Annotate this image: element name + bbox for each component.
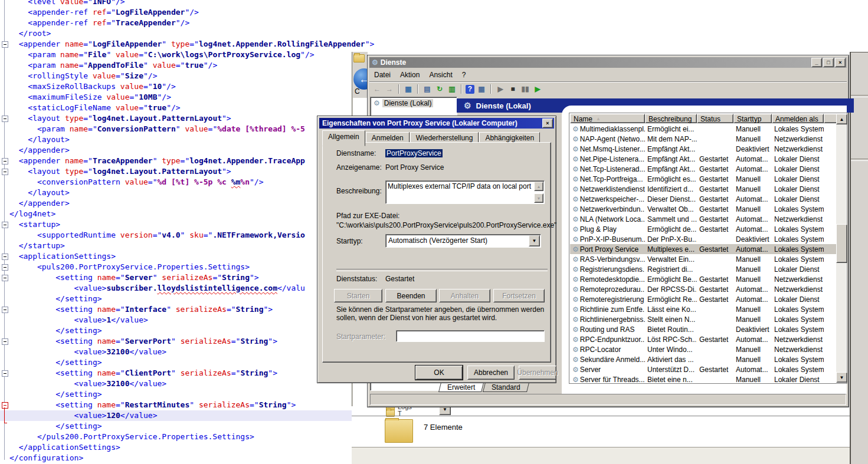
code-line[interactable]: <appender name="LogFileAppender" type="l… [0, 39, 868, 50]
service-row[interactable]: ⚙RPC-Endpunktzuor...Löst RPC-Sch...Gesta… [570, 334, 837, 344]
close-icon[interactable]: × [542, 119, 553, 128]
service-row[interactable]: ⚙Net.Tcp-Portfreiga...Ermöglicht es...Ge… [570, 174, 837, 184]
anhalten-button[interactable]: Anhalten [439, 289, 490, 302]
service-row[interactable]: ⚙NetzwerklistendienstIdentifiziert d...G… [570, 184, 837, 194]
back-icon[interactable]: ← [353, 68, 368, 90]
service-row[interactable]: ⚙Remoteprozedurau...Der RPCSS-Di...Gesta… [570, 284, 837, 294]
menu-item-help[interactable]: ? [457, 70, 471, 80]
service-gear-icon: ⚙ [572, 276, 579, 283]
dialog-titlebar[interactable]: Eigenschaften von Port Proxy Service (Lo… [319, 118, 554, 129]
menu-item-aktion[interactable]: Aktion [395, 70, 424, 80]
service-row[interactable]: ⚙Netzwerkverbindun...Verwaltet Ob...Gest… [570, 204, 837, 214]
export-list-icon[interactable]: ▥ [447, 84, 457, 94]
stop-service-icon[interactable]: ■ [507, 84, 518, 94]
column-header-status[interactable]: Status [697, 114, 733, 123]
service-row[interactable]: ⚙Registrierungsdiens...Registriert di...… [570, 264, 837, 274]
service-row[interactable]: ⚙RPC-LocatorUnter Windo...ManuellNetzwer… [570, 344, 837, 354]
service-row[interactable]: ⚙Sekundäre Anmeld...Aktiviert das ...Man… [570, 354, 837, 364]
help-icon[interactable]: ? [466, 85, 474, 94]
beschreibung-textarea[interactable]: Multiplexes external TCP/IP data on loca… [385, 180, 545, 204]
view-tab-standard[interactable]: Standard [483, 383, 529, 392]
starttyp-select[interactable]: Automatisch (Verzögerter Start) ▼ [385, 234, 541, 248]
service-row[interactable]: ⚙Remotedesktopdie...Ermöglicht Be...Gest… [570, 274, 837, 284]
vertical-scrollbar[interactable]: ▲ ▼ [836, 114, 846, 383]
code-fold-icon[interactable] [2, 116, 8, 122]
back-icon[interactable]: ← [372, 84, 382, 94]
service-row[interactable]: ⚙RAS-Verbindungsv...Verwaltet Ein...Manu… [570, 254, 837, 264]
code-line[interactable]: </root> [0, 28, 868, 39]
code-fold-icon[interactable] [2, 370, 8, 377]
service-row[interactable]: ⚙ServerUnterstützt D...GestartetAutomat.… [570, 364, 837, 374]
starten-button[interactable]: Starten [334, 289, 382, 302]
column-header-starttyp[interactable]: Starttyp [733, 114, 772, 123]
fortsetzen-button[interactable]: Fortsetzen [493, 289, 545, 302]
service-row[interactable]: ⚙Net.Tcp-Listenerad...Empfängt Akt...Ges… [570, 164, 837, 174]
service-starttype: Manuell [733, 376, 772, 383]
tab-allgemein[interactable]: Allgemein [322, 130, 365, 146]
services-titlebar[interactable]: ⚙ Dienste _□× [369, 57, 847, 68]
service-row[interactable]: ⚙Multimediaklassenpl...Ermöglicht ei...M… [570, 124, 837, 134]
dienstname-value[interactable]: PortProxyService [385, 149, 443, 157]
refresh-icon[interactable]: ↻ [434, 84, 445, 94]
code-fold-icon[interactable] [2, 222, 8, 228]
code-fold-icon[interactable] [2, 158, 8, 164]
forward-icon[interactable]: → [384, 84, 395, 94]
service-row[interactable]: ⚙Routing und RASBietet Routin...Deaktivi… [570, 324, 837, 334]
code-fold-gutter[interactable] [0, 0, 9, 464]
service-row[interactable]: ⚙Richtlinie zum Entfe...Lässt eine Ko...… [570, 304, 837, 314]
scroll-up-icon[interactable]: ▲ [534, 182, 543, 191]
service-row[interactable]: ⚙Richtlinienergebniss...Stellt einen N..… [570, 314, 837, 324]
service-row[interactable]: ⚙Plug & PlayErmöglicht de...GestartetAut… [570, 224, 837, 234]
column-header-beschreibung[interactable]: Beschreibung [645, 114, 697, 123]
code-fold-icon[interactable] [2, 338, 8, 345]
window-list-icon[interactable]: ▦ [476, 84, 487, 94]
service-starttype: Automat... [733, 295, 772, 304]
menu-item-datei[interactable]: Datei [369, 70, 395, 80]
code-fold-icon[interactable] [2, 307, 8, 313]
code-fold-icon[interactable] [2, 169, 8, 175]
service-row[interactable]: ⚙Port Proxy ServiceMultiplexes e...Gesta… [570, 244, 837, 254]
beenden-button[interactable]: Beenden [385, 289, 437, 302]
ok-button[interactable]: OK [415, 366, 463, 380]
service-row[interactable]: ⚙Server für Threads...Bietet eine n...Ma… [570, 374, 837, 383]
properties-icon[interactable]: ▤ [422, 84, 433, 94]
close-icon[interactable]: × [835, 58, 846, 67]
service-row[interactable]: ⚙Netzwerkspeicher-...Dieser Dienst...Ges… [570, 194, 837, 204]
minimize-icon[interactable]: _ [811, 58, 822, 67]
restart-service-icon[interactable]: ▶ [532, 84, 543, 94]
service-gear-icon: ⚙ [572, 266, 579, 273]
chevron-down-icon[interactable]: ▼ [439, 406, 451, 415]
scrollbar-thumb[interactable] [836, 224, 847, 263]
menu-item-ansicht[interactable]: Ansicht [424, 70, 457, 80]
service-row[interactable]: ⚙NAP-Agent (Netwo...Mit dem NAP-...Manue… [570, 134, 837, 144]
maximize-icon[interactable]: □ [823, 58, 834, 67]
service-row[interactable]: ⚙NLA (Network Loca...Sammelt und ...Gest… [570, 214, 837, 224]
show-tree-icon[interactable]: ▦ [403, 84, 414, 94]
tree-item-dienste-lokal[interactable]: ⚙ Dienste (Lokal) [371, 97, 457, 108]
service-row[interactable]: ⚙PnP-X-IP-Busenum...Der PnP-X-Bu...Deakt… [570, 234, 837, 244]
scroll-down-icon[interactable]: ▼ [836, 372, 847, 383]
screen: { "colors":{"accent_navy":"#0A246A","ban… [0, 0, 868, 464]
column-header-anmelden-als[interactable]: Anmelden als [772, 114, 824, 123]
code-line[interactable]: <level value="INFO"/> [0, 0, 868, 7]
scroll-down-icon[interactable]: ▼ [534, 193, 543, 203]
service-row[interactable]: ⚙Net.Pipe-Listenera...Empfängt Akt...Ges… [570, 154, 837, 164]
scroll-up-icon[interactable]: ▲ [836, 114, 847, 124]
code-fold-icon[interactable] [2, 275, 8, 281]
startparameter-input[interactable] [396, 330, 545, 342]
uebernehmen-button[interactable]: Übernehmen [519, 366, 556, 380]
view-tab-erweitert[interactable]: Erweitert [438, 383, 484, 392]
column-header-name[interactable]: Name▲ [570, 114, 645, 123]
code-line[interactable]: <appender-ref ref="LogFileAppender"/> [0, 7, 868, 18]
code-fold-icon[interactable] [2, 264, 8, 271]
abbrechen-button[interactable]: Abbrechen [467, 366, 515, 380]
pause-service-icon[interactable]: ▮▮ [520, 84, 530, 94]
code-fold-icon[interactable] [2, 41, 8, 48]
service-row[interactable]: ⚙Net.Msmq-Listener...Empfängt Akt...Deak… [570, 144, 837, 154]
code-line[interactable]: <appender-ref ref="TraceAppender"/> [0, 18, 868, 28]
code-fold-icon[interactable] [2, 402, 8, 409]
start-service-icon[interactable]: ▶ [495, 84, 506, 94]
service-row[interactable]: ⚙RemoteregistrierungErmöglicht Re...Gest… [570, 294, 837, 304]
column-header-filler[interactable] [824, 114, 837, 123]
code-fold-icon[interactable] [2, 254, 8, 260]
